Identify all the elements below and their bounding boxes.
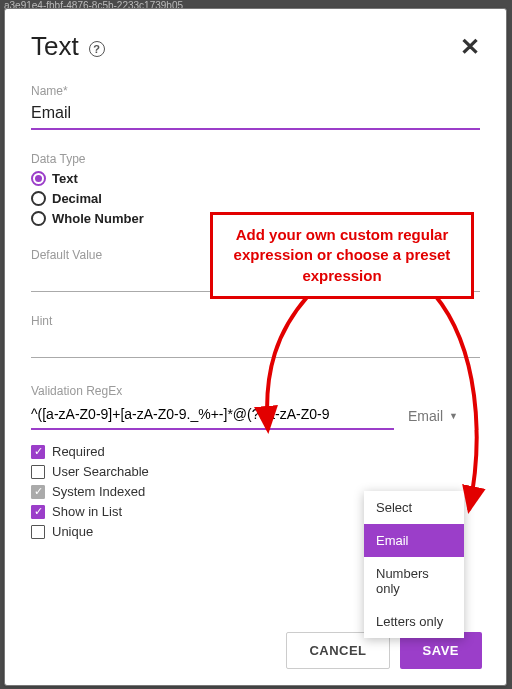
checkbox-icon: ✓ bbox=[31, 505, 45, 519]
radio-label: Text bbox=[52, 171, 78, 186]
validation-regex-input[interactable] bbox=[31, 402, 394, 430]
modal-title: Text bbox=[31, 31, 79, 62]
preset-dropdown-menu: Select Email Numbers only Letters only bbox=[364, 491, 464, 638]
name-input[interactable] bbox=[31, 100, 480, 130]
regex-preset-dropdown[interactable]: Email ▼ bbox=[408, 408, 480, 430]
check-label: Required bbox=[52, 444, 105, 459]
radio-label: Decimal bbox=[52, 191, 102, 206]
name-label: Name* bbox=[31, 84, 480, 98]
preset-trigger-label: Email bbox=[408, 408, 443, 424]
hint-input[interactable] bbox=[31, 330, 480, 358]
checkbox-icon bbox=[31, 465, 45, 479]
annotation-callout: Add your own custom regular expression o… bbox=[210, 212, 474, 299]
check-user-searchable[interactable]: User Searchable bbox=[31, 464, 480, 479]
check-label: Unique bbox=[52, 524, 93, 539]
text-field-modal: Text ? ✕ Name* Data Type Text Decimal Wh… bbox=[4, 8, 507, 686]
radio-text[interactable]: Text bbox=[31, 171, 480, 186]
validation-regex-label: Validation RegEx bbox=[31, 384, 480, 398]
help-icon[interactable]: ? bbox=[89, 41, 105, 57]
radio-label: Whole Number bbox=[52, 211, 144, 226]
preset-option-numbers[interactable]: Numbers only bbox=[364, 557, 464, 605]
check-label: System Indexed bbox=[52, 484, 145, 499]
radio-icon bbox=[31, 171, 46, 186]
radio-icon bbox=[31, 191, 46, 206]
check-label: User Searchable bbox=[52, 464, 149, 479]
check-required[interactable]: ✓ Required bbox=[31, 444, 480, 459]
preset-option-email[interactable]: Email bbox=[364, 524, 464, 557]
checkbox-icon bbox=[31, 525, 45, 539]
chevron-down-icon: ▼ bbox=[449, 411, 458, 421]
preset-option-letters[interactable]: Letters only bbox=[364, 605, 464, 638]
radio-decimal[interactable]: Decimal bbox=[31, 191, 480, 206]
radio-icon bbox=[31, 211, 46, 226]
checkbox-icon: ✓ bbox=[31, 485, 45, 499]
data-type-label: Data Type bbox=[31, 152, 480, 166]
hint-label: Hint bbox=[31, 314, 480, 328]
preset-option-select[interactable]: Select bbox=[364, 491, 464, 524]
close-icon[interactable]: ✕ bbox=[460, 33, 480, 61]
check-label: Show in List bbox=[52, 504, 122, 519]
checkbox-icon: ✓ bbox=[31, 445, 45, 459]
